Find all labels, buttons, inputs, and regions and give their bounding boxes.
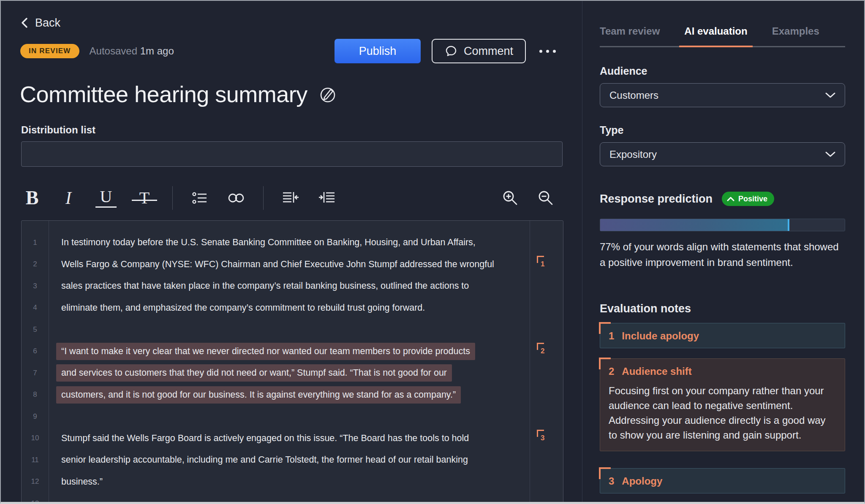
annotation-marker-1[interactable]: 1 [537, 256, 549, 270]
audience-select[interactable]: Customers [600, 83, 845, 107]
edit-title-icon[interactable] [318, 84, 338, 104]
bold-icon[interactable]: B [23, 188, 41, 208]
status-row: IN REVIEW Autosaved 1m ago [20, 44, 174, 58]
response-prediction-heading: Response prediction [600, 192, 713, 206]
line-margin [530, 471, 563, 493]
distribution-list-label: Distribution list [21, 124, 95, 136]
corner-bracket-icon [599, 467, 611, 479]
note-card-2[interactable]: 2Audience shiftFocusing first on your co… [600, 358, 845, 451]
editor-pane: Back IN REVIEW Autosaved 1m ago Publish … [1, 1, 582, 502]
doc-line-text[interactable]: Wells Fargo & Company (NYSE: WFC) Chairm… [49, 254, 530, 276]
note-title: Apology [622, 475, 662, 487]
ellipsis-icon [539, 50, 542, 53]
doc-line-text[interactable] [49, 319, 530, 341]
line-number: 3 [22, 275, 49, 297]
comment-button[interactable]: Comment [432, 39, 526, 63]
comment-label: Comment [464, 45, 513, 58]
doc-line-text[interactable] [49, 406, 530, 428]
document-page[interactable]: 1In testimony today before the U.S. Sena… [21, 220, 563, 504]
zoom-controls [501, 182, 555, 214]
italic-icon[interactable]: I [59, 189, 78, 207]
toolbar-divider [172, 186, 173, 210]
status-badge: IN REVIEW [20, 44, 79, 58]
response-prediction-row: Response prediction Positive [600, 192, 845, 206]
tab-ai-evaluation[interactable]: AI evaluation [684, 25, 747, 37]
underline-icon[interactable]: U [95, 188, 117, 208]
line-margin [530, 275, 563, 297]
title-row: Committee hearing summary [20, 81, 338, 107]
evaluation-notes-heading: Evaluation notes [600, 302, 845, 315]
sentiment-progress-bar [600, 219, 845, 231]
line-number: 9 [22, 406, 49, 428]
zoom-out-icon[interactable] [536, 189, 555, 207]
link-icon[interactable] [227, 192, 245, 204]
line-margin [530, 449, 563, 471]
distribution-list-input[interactable] [21, 141, 563, 167]
zoom-in-icon[interactable] [501, 189, 520, 207]
evaluation-notes-list: 1Include apology2Audience shiftFocusing … [600, 323, 845, 493]
strikethrough-icon[interactable]: T [134, 190, 155, 206]
line-margin [530, 406, 563, 428]
doc-line-text[interactable]: sales practices that have taken place in… [49, 275, 530, 297]
line-number: 2 [22, 254, 49, 276]
note-body: Focusing first on your company rather th… [609, 383, 836, 442]
tab-team-review[interactable]: Team review [600, 25, 660, 37]
type-select[interactable]: Expository [600, 142, 845, 166]
doc-line-text[interactable]: senior leadership accountable, including… [49, 449, 530, 471]
doc-line-text[interactable]: business.” [49, 471, 530, 493]
note-title: Audience shift [622, 366, 691, 377]
line-number: 6 [22, 341, 49, 363]
type-label: Type [600, 124, 845, 136]
chevron-down-icon [825, 152, 835, 157]
publish-button[interactable]: Publish [335, 39, 421, 63]
chevron-up-icon [727, 197, 734, 201]
note-title: Include apology [622, 330, 699, 342]
note-card-1[interactable]: 1Include apology [600, 323, 845, 348]
line-number: 10 [22, 428, 49, 450]
document-lines: 1In testimony today before the U.S. Sena… [22, 221, 563, 504]
doc-line-text[interactable] [49, 493, 530, 504]
formatting-toolbar: B I U T [23, 182, 336, 214]
more-options-button[interactable] [537, 47, 558, 55]
corner-bracket-icon [599, 322, 611, 334]
note-card-3[interactable]: 3Apology [600, 468, 845, 493]
autosaved-label: Autosaved [90, 45, 137, 57]
doc-line-text[interactable]: “I want to make it very clear that we ne… [49, 341, 530, 363]
doc-line-text[interactable]: customers, and it is not good for our bu… [49, 384, 530, 406]
line-margin: 3 [530, 428, 563, 450]
doc-line-text[interactable]: In testimony today before the U.S. Senat… [49, 232, 530, 254]
response-description: 77% of your words align with statements … [600, 239, 845, 270]
annotation-marker-3[interactable]: 3 [537, 430, 549, 444]
line-margin: 1 [530, 254, 563, 276]
back-button[interactable]: Back [20, 16, 60, 30]
bullet-list-icon[interactable] [190, 190, 209, 206]
header-actions: Publish Comment [335, 39, 558, 63]
annotation-marker-2[interactable]: 2 [537, 343, 549, 357]
chevron-left-icon [20, 16, 29, 30]
app-window: Back IN REVIEW Autosaved 1m ago Publish … [0, 0, 865, 504]
doc-line-text[interactable]: Stumpf said the Wells Fargo Board is act… [49, 428, 530, 450]
line-margin: 2 [530, 341, 563, 363]
progress-fill [600, 219, 789, 231]
line-margin [530, 384, 563, 406]
line-number: 13 [22, 493, 49, 504]
evaluation-panel: Team reviewAI evaluationExamples Audienc… [582, 1, 864, 502]
indent-icon[interactable] [318, 190, 336, 206]
outdent-icon[interactable] [281, 190, 300, 206]
line-number: 7 [22, 362, 49, 384]
gutter-divider [49, 221, 49, 504]
toolbar-divider [263, 186, 264, 210]
doc-line-text[interactable]: eliminate them, and emphasized the compa… [49, 297, 530, 319]
tab-examples[interactable]: Examples [772, 25, 819, 37]
line-margin [530, 362, 563, 384]
line-number: 8 [22, 384, 49, 406]
line-number: 4 [22, 297, 49, 319]
panel-tabs: Team reviewAI evaluationExamples [600, 25, 845, 47]
audience-value: Customers [609, 89, 658, 101]
progress-marker [788, 219, 789, 231]
positive-badge: Positive [722, 192, 774, 206]
page-title: Committee hearing summary [20, 81, 307, 107]
doc-line-text[interactable]: and services to customers that they did … [49, 362, 530, 384]
autosave-status: Autosaved 1m ago [90, 45, 174, 57]
line-margin [530, 319, 563, 341]
